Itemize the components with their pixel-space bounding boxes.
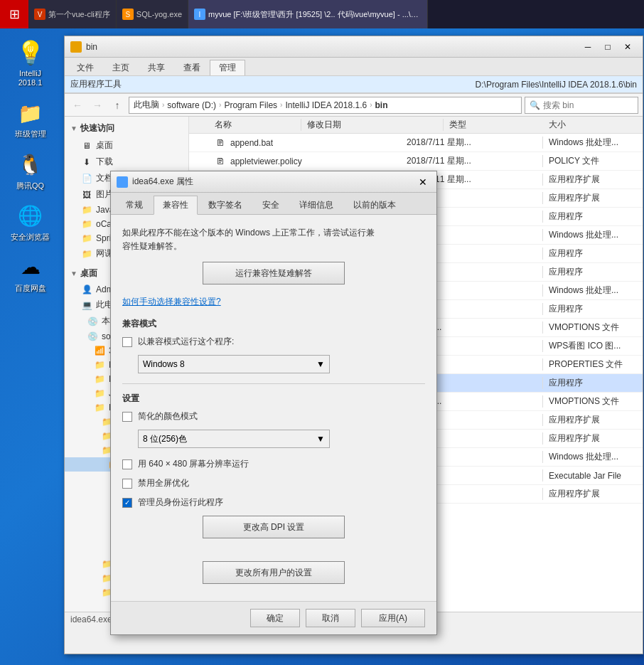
color-depth-select[interactable]: 8 位(256)色 ▼ (138, 430, 330, 448)
dialog-description: 如果此程序不能在这个版本的 Windows 上正常工作，请尝试运行兼容性疑难解答… (122, 226, 425, 253)
dialog-tab-security[interactable]: 安全 (253, 196, 289, 214)
admin-checkbox-row: 管理员身份运行此程序 (122, 496, 425, 509)
dialog-tabs: 常规 兼容性 数字签名 安全 详细信息 以前的版本 (111, 193, 436, 215)
ok-button[interactable]: 确定 (250, 609, 300, 627)
dialog-tab-signature[interactable]: 数字签名 (199, 196, 252, 214)
taskbar: ⊞ V 第一个vue-cli程序 S SQL-yog.exe I myvue [… (0, 0, 644, 28)
os-select[interactable]: Windows 8 ▼ (138, 355, 330, 373)
dialog-tab-previous[interactable]: 以前的版本 (344, 196, 405, 214)
color-checkbox[interactable] (122, 412, 132, 422)
taskbar-item-vue[interactable]: V 第一个vue-cli程序 (28, 0, 117, 28)
compatibility-checkbox[interactable] (122, 337, 132, 347)
dialog-tab-compatibility[interactable]: 兼容性 (154, 196, 198, 215)
color-checkbox-row: 简化的颜色模式 (122, 410, 425, 422)
dialog-overlay: idea64.exe 属性 ✕ 常规 兼容性 数字签名 安全 详细信息 以前的版… (0, 0, 644, 665)
properties-dialog: idea64.exe 属性 ✕ 常规 兼容性 数字签名 安全 详细信息 以前的版… (110, 171, 437, 635)
dialog-title-icon (117, 176, 128, 188)
resolution-checkbox[interactable] (122, 459, 132, 469)
fullscreen-checkbox-label: 禁用全屏优化 (138, 477, 189, 489)
manual-settings-link[interactable]: 如何手动选择兼容性设置? (122, 296, 425, 308)
taskbar-icon-vue: V (34, 9, 45, 20)
dialog-content: 如果此程序不能在这个版本的 Windows 上正常工作，请尝试运行兼容性疑难解答… (111, 215, 436, 561)
fullscreen-checkbox-row: 禁用全屏优化 (122, 477, 425, 489)
color-select-arrow-icon: ▼ (316, 434, 325, 444)
update-all-section: 更改所有用户的设置 (111, 561, 436, 601)
dialog-tab-general[interactable]: 常规 (117, 196, 152, 214)
compatibility-mode-title: 兼容模式 (122, 318, 425, 330)
color-checkbox-label: 简化的颜色模式 (138, 410, 198, 422)
resolution-checkbox-row: 用 640 × 480 屏幕分辨率运行 (122, 458, 425, 470)
compatibility-checkbox-label: 以兼容模式运行这个程序: (138, 336, 234, 348)
dialog-close-button[interactable]: ✕ (415, 175, 431, 189)
cancel-button[interactable]: 取消 (306, 609, 355, 627)
taskbar-item-sql[interactable]: S SQL-yog.exe (117, 0, 188, 28)
resolution-checkbox-label: 用 640 × 480 屏幕分辨率运行 (138, 458, 249, 470)
dialog-tab-details[interactable]: 详细信息 (290, 196, 343, 214)
dpi-settings-button[interactable]: 更改高 DPI 设置 (203, 516, 345, 538)
fullscreen-checkbox[interactable] (122, 479, 132, 489)
select-arrow-icon: ▼ (316, 359, 325, 369)
settings-title: 设置 (122, 393, 425, 405)
divider1 (122, 383, 425, 384)
taskbar-item-intellij[interactable]: I myvue [F:\班级管理\西升 [19525] \2.. 代码\vue\… (188, 0, 428, 28)
taskbar-icon-sql: S (122, 9, 134, 20)
taskbar-icon-intellij: I (194, 9, 205, 20)
troubleshoot-button[interactable]: 运行兼容性疑难解答 (203, 262, 345, 284)
desktop: ⊞ V 第一个vue-cli程序 S SQL-yog.exe I myvue [… (0, 0, 644, 665)
start-button[interactable]: ⊞ (0, 0, 28, 28)
admin-checkbox[interactable] (122, 498, 132, 508)
admin-checkbox-label: 管理员身份运行此程序 (138, 496, 223, 509)
compatibility-checkbox-row: 以兼容模式运行这个程序: (122, 336, 425, 348)
dialog-title-text: idea64.exe 属性 (132, 176, 411, 188)
dialog-footer: 确定 取消 应用(A) (111, 601, 436, 634)
update-all-button[interactable]: 更改所有用户的设置 (203, 561, 345, 584)
dialog-title-bar: idea64.exe 属性 ✕ (111, 171, 436, 193)
apply-button[interactable]: 应用(A) (361, 609, 425, 627)
